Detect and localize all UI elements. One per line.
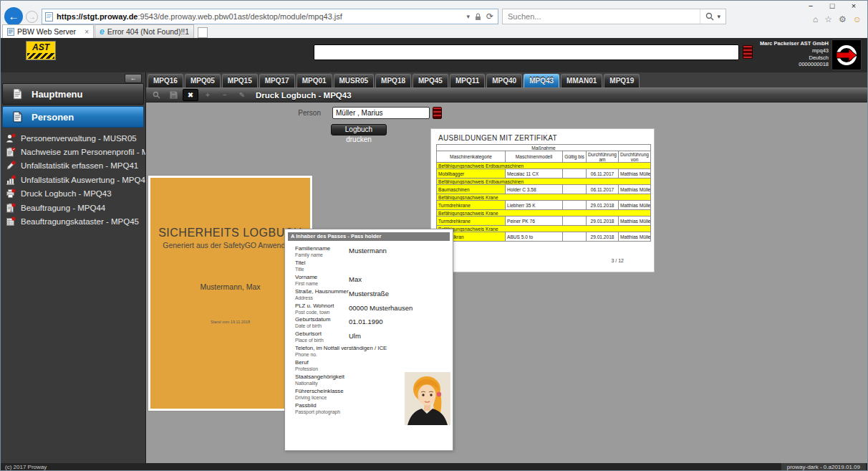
column-header: Durchführung von xyxy=(619,151,651,163)
lock-icon xyxy=(475,13,481,21)
sidebar-item-unfall-erfassen[interactable]: Unfallstatistik erfassen - MPQ41 xyxy=(1,159,145,173)
print-logbook-button[interactable]: Logbuch drucken xyxy=(331,124,387,135)
forward-button[interactable]: → xyxy=(26,11,38,23)
person-input[interactable]: Müller , Marius xyxy=(332,107,430,119)
module-tab-bar: MPQ16 MPQ05 MPQ15 MPQ17 MPQ01 MUSR05 MPQ… xyxy=(146,72,867,87)
sidebar: ← Hauptmenu Personen Personenverwaltung … xyxy=(1,72,146,463)
module-tab[interactable]: MPQ11 xyxy=(450,74,485,87)
url-bar[interactable]: https://stgt.proway.de:9543/de.proway.we… xyxy=(42,9,498,24)
sidebar-item-personenverwaltung[interactable]: Personenverwaltung - MUSR05 xyxy=(1,131,145,145)
copyright-text: (c) 2017 Proway xyxy=(5,464,47,470)
table-band: Befähigungsnachweis Erdbaumaschinen xyxy=(437,163,651,169)
module-tab[interactable]: MMAN01 xyxy=(561,74,602,87)
section-label: Personen xyxy=(32,112,74,123)
sidebar-item-label: Unfallstatistik erfassen - MPQ41 xyxy=(21,161,138,170)
module-tab[interactable]: MPQ05 xyxy=(185,74,221,87)
ast-logo: AST xyxy=(26,41,56,60)
module-tab[interactable]: MPQ17 xyxy=(259,74,295,87)
toolbar-remove-button[interactable]: − xyxy=(217,89,233,101)
pass-holder-panel: A Inhaber des Passes - Pass holder Famil… xyxy=(284,229,453,451)
new-tab-button[interactable] xyxy=(198,27,208,38)
page-indicator: 3 / 12 xyxy=(611,258,624,263)
module-tab[interactable]: MUSR05 xyxy=(334,74,375,87)
module-tab[interactable]: MPQ18 xyxy=(375,74,411,87)
tab-close-icon[interactable]: × xyxy=(85,28,89,36)
table-group-header: Maßnahme xyxy=(437,145,651,151)
pass-holder-header: A Inhaber des Passes - Pass holder xyxy=(288,232,450,241)
pass-field: PLZ u. Wohnort Post code, town 00000 Mus… xyxy=(295,303,448,317)
sidebar-item-label: Druck Logbuch - MPQ43 xyxy=(21,189,112,198)
work-area: Person Müller , Marius Logbuch drucken A… xyxy=(146,103,867,463)
column-header: Maschinenkategorie xyxy=(437,151,506,163)
module-tab[interactable]: MPQ15 xyxy=(222,74,258,87)
app-header: AST Marc Packeiser AST GmbH mpq43 Deutsc… xyxy=(1,38,867,72)
ast-logo-text: AST xyxy=(26,42,55,53)
close-button[interactable]: × xyxy=(843,1,864,12)
command-input[interactable] xyxy=(314,44,739,60)
module-toolbar: ✖ + − ✎ Druck Logbuch - MPQ43 xyxy=(146,87,867,103)
document-icon xyxy=(13,88,22,100)
pencil-stamp-icon xyxy=(6,161,16,171)
sidebar-collapse-button[interactable]: ← xyxy=(125,74,142,83)
toolbar-edit-button[interactable]: ✎ xyxy=(234,89,250,101)
search-placeholder: Suchen... xyxy=(503,12,700,21)
person-icon xyxy=(6,133,16,143)
home-icon[interactable]: ⌂ xyxy=(813,14,818,24)
logout-button[interactable] xyxy=(831,39,862,70)
user-info: Marc Packeiser AST GmbH mpq43 Deutsch 00… xyxy=(760,40,829,68)
module-tab[interactable]: MPQ40 xyxy=(486,74,522,87)
sidebar-item-druck-logbuch[interactable]: Druck Logbuch - MPQ43 xyxy=(1,187,145,201)
user-number: 0000000018 xyxy=(760,61,829,68)
sidebar-section-personen[interactable]: Personen xyxy=(2,106,144,128)
command-list-icon[interactable] xyxy=(743,45,753,59)
table-band: Befähigungsnachweis Erdbaumaschinen xyxy=(437,179,651,185)
toolbar-close-button[interactable]: ✖ xyxy=(183,89,198,101)
certificate-title: AUSBILDUNGEN MIT ZERTIFIKAT xyxy=(438,134,557,142)
search-icon[interactable] xyxy=(705,12,714,21)
user-module: mpq43 xyxy=(760,47,829,54)
pass-field: Straße, Hausnummer Address Musterstraße xyxy=(295,288,448,303)
pass-field: Familienname Family name Mustermann xyxy=(295,245,448,260)
module-tab-active[interactable]: MPQ43 xyxy=(524,74,559,87)
module-tab[interactable]: MPQ45 xyxy=(413,74,448,87)
restore-button[interactable]: □ xyxy=(821,1,843,12)
sidebar-section-hauptmenu[interactable]: Hauptmenu xyxy=(2,83,144,105)
module-title: Druck Logbuch - MPQ43 xyxy=(256,91,352,100)
sidebar-item-beauftragungskataster[interactable]: Beauftragungskataster - MPQ45 xyxy=(1,214,145,228)
toolbar-add-button[interactable]: + xyxy=(200,89,216,101)
module-tab[interactable]: MPQ16 xyxy=(148,74,183,87)
person-lookup-icon[interactable] xyxy=(433,107,442,119)
chart-icon xyxy=(6,175,16,185)
search-dropdown-icon[interactable]: ▾ xyxy=(717,13,720,20)
url-domain: https://stgt.proway.de xyxy=(57,12,138,21)
search-box[interactable]: Suchen... ▾ xyxy=(502,9,726,24)
column-header: Maschinenmodell xyxy=(506,151,563,163)
column-header: Gültig bis xyxy=(563,151,587,163)
browser-tab-error[interactable]: e Error 404 (Not Found)!!1 xyxy=(95,24,194,38)
feedback-icon[interactable]: ☺ xyxy=(853,14,862,24)
toolbar-search-button[interactable] xyxy=(148,89,164,101)
table-band: Befähigungsnachweis Krane xyxy=(437,226,651,232)
table-row: Mobilbagger Mecalac 11 CX 06.11.2017 Mat… xyxy=(437,169,651,179)
column-header: Durchführung am xyxy=(587,151,619,163)
user-language: Deutsch xyxy=(760,54,829,62)
favorites-icon[interactable]: ☆ xyxy=(824,14,832,24)
table-row: Turmdrehkrane Peiner PK 76 29.01.2018 Ma… xyxy=(437,217,651,226)
clipboard-icon: 4 xyxy=(6,203,16,213)
toolbar-save-button[interactable] xyxy=(165,89,181,101)
settings-icon[interactable]: ⚙ xyxy=(839,14,847,24)
sidebar-item-unfall-auswertung[interactable]: Unfallstatistik Auswertung - MPQ42 xyxy=(1,173,145,186)
url-dropdown-icon[interactable]: ▾ xyxy=(466,13,470,20)
sidebar-menu: Personenverwaltung - MUSR05 Nachweise zu… xyxy=(1,131,145,229)
person-label: Person xyxy=(275,109,321,117)
back-button[interactable]: ← xyxy=(4,7,23,26)
sidebar-item-beauftragung[interactable]: 4 Beauftragung - MPQ44 xyxy=(1,201,145,214)
refresh-icon[interactable]: ⟳ xyxy=(486,11,493,22)
minimize-button[interactable]: − xyxy=(800,1,821,12)
printer-icon xyxy=(6,189,16,199)
browser-tab-active[interactable]: PBW Web Server × xyxy=(2,24,94,38)
module-tab[interactable]: MPQ01 xyxy=(296,74,332,87)
table-band: Befähigungsnachweis Krane xyxy=(437,194,651,201)
sidebar-item-nachweise[interactable]: Nachweise zum Personenprofil - MPQ40 xyxy=(1,145,145,158)
module-tab[interactable]: MPQ19 xyxy=(604,74,640,87)
